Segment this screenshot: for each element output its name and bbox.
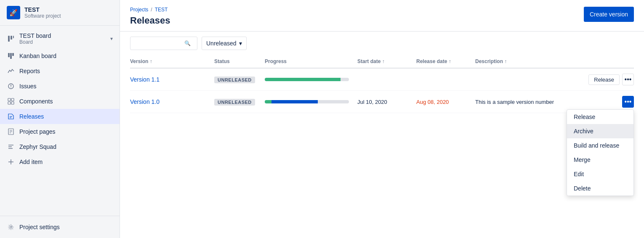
progress-bar xyxy=(265,100,349,103)
status-badge: UNRELEASED xyxy=(214,77,255,83)
sidebar-item-label: Releases xyxy=(19,113,44,120)
main-header: Projects / TEST Releases Create version xyxy=(120,0,644,32)
svg-rect-4 xyxy=(10,53,12,59)
progress-bar xyxy=(265,78,349,81)
svg-rect-0 xyxy=(8,36,10,42)
svg-rect-2 xyxy=(13,36,14,38)
menu-item-release[interactable]: Release xyxy=(567,110,633,124)
project-pages-icon xyxy=(7,127,15,136)
gear-icon xyxy=(7,223,15,231)
add-icon xyxy=(7,158,15,166)
svg-rect-10 xyxy=(11,98,14,101)
col-start-date: Start date ↑ xyxy=(357,58,416,64)
col-status: Status xyxy=(214,58,265,64)
col-description: Description ↑ xyxy=(475,58,583,64)
sidebar-item-label: Project settings xyxy=(19,224,60,230)
version-link[interactable]: Version 1.0 xyxy=(130,98,160,105)
progress-green xyxy=(265,100,271,103)
main-content: Projects / TEST Releases Create version … xyxy=(120,0,644,238)
sidebar-item-label: Kanban board xyxy=(19,53,56,59)
status-badge: UNRELEASED xyxy=(214,99,255,106)
sidebar-item-label: Reports xyxy=(19,68,40,74)
progress-green xyxy=(265,78,341,81)
breadcrumb-test[interactable]: TEST xyxy=(155,7,168,13)
more-options-button[interactable]: ••• xyxy=(622,96,634,108)
status-cell: UNRELEASED xyxy=(214,98,265,106)
components-icon xyxy=(7,97,15,106)
filter-dropdown[interactable]: Unreleased ▾ xyxy=(202,37,247,50)
sidebar: 🚀 TEST Software project TEST board Board… xyxy=(0,0,120,238)
sidebar-item-add[interactable]: Add item xyxy=(0,154,120,169)
breadcrumb: Projects / TEST xyxy=(130,7,170,13)
release-date-cell: Aug 08, 2020 xyxy=(416,99,475,105)
table-row: Version 1.1 UNRELEASED Release ••• xyxy=(130,69,634,91)
svg-rect-11 xyxy=(8,102,11,104)
svg-rect-3 xyxy=(8,53,10,57)
sidebar-item-kanban[interactable]: Kanban board xyxy=(0,48,120,63)
start-date-cell: Jul 10, 2020 xyxy=(357,99,416,105)
row-actions: Release ••• xyxy=(583,74,634,85)
menu-item-merge[interactable]: Merge xyxy=(567,153,633,167)
sidebar-item-label: Issues xyxy=(19,83,36,90)
sidebar-item-components[interactable]: Components xyxy=(0,94,120,109)
svg-rect-1 xyxy=(11,36,12,40)
context-menu: Release Archive Build and release Merge … xyxy=(567,109,634,196)
progress-blue xyxy=(271,100,318,103)
progress-cell xyxy=(265,100,357,103)
main-toolbar: 🔍 Unreleased ▾ xyxy=(120,32,644,55)
project-type: Software project xyxy=(24,13,61,19)
board-icon xyxy=(7,34,15,43)
svg-rect-9 xyxy=(8,98,11,101)
sidebar-item-label: Project pages xyxy=(19,128,56,135)
svg-rect-12 xyxy=(11,102,14,104)
description-cell: This is a sample version number xyxy=(475,99,583,105)
more-options-button[interactable]: ••• xyxy=(622,74,634,85)
table-header: Version ↑ Status Progress Start date ↑ R… xyxy=(130,55,634,69)
sidebar-item-label: Add item xyxy=(19,159,43,165)
sidebar-item-label: Components xyxy=(19,98,53,105)
svg-point-8 xyxy=(11,87,11,88)
col-version: Version ↑ xyxy=(130,58,214,64)
page-title: Releases xyxy=(130,15,170,26)
issues-icon xyxy=(7,82,15,90)
col-progress: Progress xyxy=(265,58,357,64)
status-cell: UNRELEASED xyxy=(214,76,265,83)
chevron-down-icon: ▾ xyxy=(110,36,113,42)
search-input[interactable] xyxy=(134,40,184,47)
row-actions: ••• xyxy=(583,96,634,108)
menu-item-build-release[interactable]: Build and release xyxy=(567,138,633,153)
project-icon: 🚀 xyxy=(7,6,20,19)
sidebar-item-releases[interactable]: Releases xyxy=(0,109,120,124)
sidebar-item-settings[interactable]: Project settings xyxy=(0,219,120,235)
board-nav-text: TEST board Board xyxy=(19,32,51,45)
sidebar-footer: Project settings xyxy=(0,216,120,238)
svg-point-21 xyxy=(10,226,12,228)
create-version-button[interactable]: Create version xyxy=(584,7,634,22)
sidebar-item-label: Zephyr Squad xyxy=(19,143,56,150)
menu-item-archive[interactable]: Archive xyxy=(567,124,633,138)
progress-cell xyxy=(265,78,357,81)
project-info: TEST Software project xyxy=(24,6,61,19)
release-button[interactable]: Release xyxy=(588,74,620,85)
sidebar-item-board[interactable]: TEST board Board ▾ xyxy=(0,29,120,48)
sidebar-item-issues[interactable]: Issues xyxy=(0,79,120,94)
sidebar-item-project-pages[interactable]: Project pages xyxy=(0,124,120,139)
version-link[interactable]: Version 1.1 xyxy=(130,76,160,83)
project-name: TEST xyxy=(24,6,61,13)
reports-icon xyxy=(7,67,15,75)
version-cell: Version 1.1 xyxy=(130,76,214,83)
sidebar-item-reports[interactable]: Reports xyxy=(0,63,120,79)
version-cell: Version 1.0 xyxy=(130,98,214,105)
menu-item-delete[interactable]: Delete xyxy=(567,181,633,196)
filter-label: Unreleased xyxy=(206,40,237,47)
releases-table: Version ↑ Status Progress Start date ↑ R… xyxy=(120,55,644,238)
menu-item-edit[interactable]: Edit xyxy=(567,167,633,181)
table-row: Version 1.0 UNRELEASED Jul 10, 2020 Aug … xyxy=(130,91,634,113)
search-icon: 🔍 xyxy=(184,40,191,46)
kanban-icon xyxy=(7,52,15,60)
sidebar-project[interactable]: 🚀 TEST Software project xyxy=(0,0,120,26)
zephyr-icon xyxy=(7,143,15,151)
search-box: 🔍 xyxy=(130,37,197,50)
sidebar-item-zephyr[interactable]: Zephyr Squad xyxy=(0,139,120,154)
breadcrumb-projects[interactable]: Projects xyxy=(130,7,148,13)
